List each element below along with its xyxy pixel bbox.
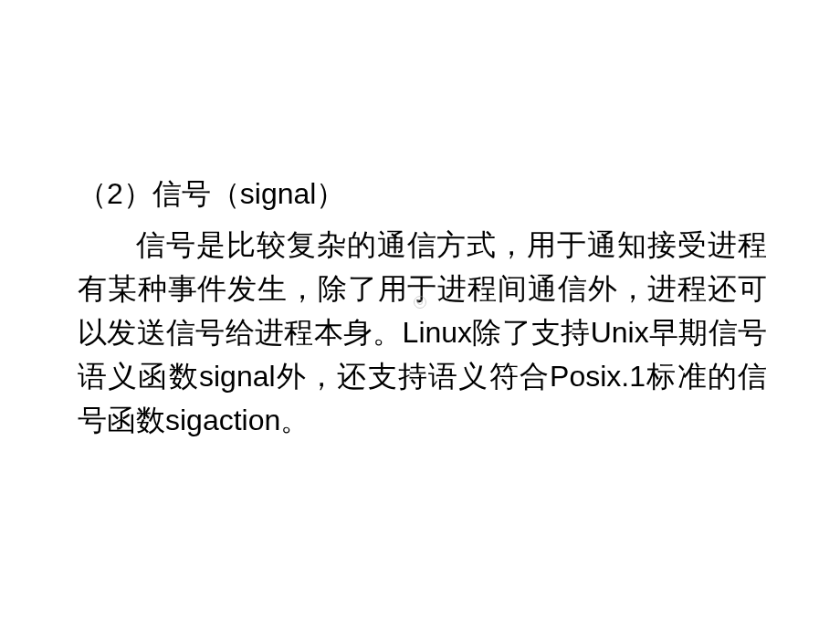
heading-number: 2 bbox=[107, 177, 123, 210]
body-paragraph: 信号是比较复杂的通信方式，用于通知接受进程有某种事件发生，除了用于进程间通信外，… bbox=[78, 223, 767, 442]
heading-close: ） bbox=[316, 177, 345, 210]
body-posix: Posix.1 bbox=[550, 360, 646, 393]
section-heading: （2）信号（signal） bbox=[78, 172, 767, 215]
heading-suffix: ）信号（ bbox=[123, 177, 240, 210]
heading-prefix: （ bbox=[78, 177, 107, 210]
body-sigaction: sigaction bbox=[165, 404, 280, 436]
heading-term: signal bbox=[240, 177, 317, 210]
body-end: 。 bbox=[280, 404, 310, 436]
body-linux: Linux bbox=[403, 316, 473, 349]
body-text-4: 外，还支持语义符合 bbox=[276, 360, 550, 393]
body-signal: signal bbox=[199, 360, 276, 393]
watermark-icon bbox=[414, 296, 426, 309]
body-unix: Unix bbox=[591, 316, 649, 349]
body-text-2: 除了支持 bbox=[472, 316, 591, 349]
